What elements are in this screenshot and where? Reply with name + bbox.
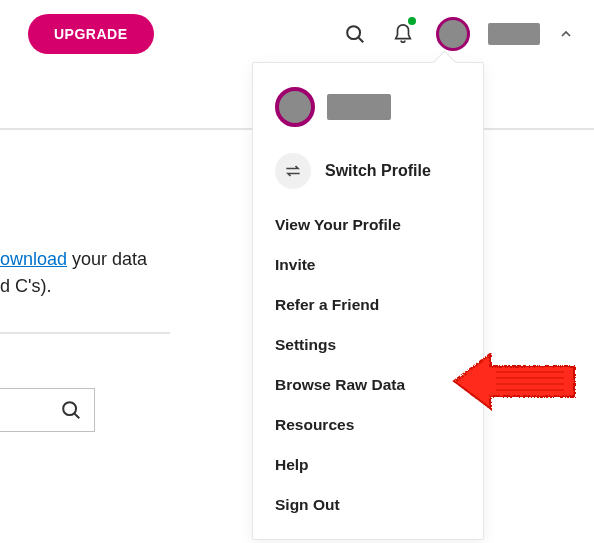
search-input-fragment[interactable]	[0, 388, 95, 432]
menu-settings[interactable]: Settings	[253, 325, 483, 365]
menu-view-profile[interactable]: View Your Profile	[253, 205, 483, 245]
switch-profile-label: Switch Profile	[325, 162, 431, 180]
partial-text: ownload your data d C's).	[0, 246, 170, 300]
menu-resources[interactable]: Resources	[253, 405, 483, 445]
switch-profile-item[interactable]: Switch Profile	[253, 145, 483, 205]
swap-icon	[275, 153, 311, 189]
svg-line-1	[359, 38, 364, 43]
menu-sign-out[interactable]: Sign Out	[253, 485, 483, 525]
avatar	[275, 87, 315, 127]
notifications-icon[interactable]	[388, 19, 418, 49]
menu-browse-raw-data[interactable]: Browse Raw Data	[253, 365, 483, 405]
svg-line-3	[75, 414, 80, 419]
notification-dot	[408, 17, 416, 25]
svg-point-2	[63, 402, 76, 415]
upgrade-button[interactable]: UPGRADE	[28, 14, 154, 54]
menu-invite[interactable]: Invite	[253, 245, 483, 285]
download-link[interactable]: ownload	[0, 249, 67, 269]
search-icon	[60, 399, 82, 421]
username-redacted	[488, 23, 540, 45]
dropdown-profile-header[interactable]	[253, 81, 483, 145]
menu-refer-friend[interactable]: Refer a Friend	[253, 285, 483, 325]
menu-help[interactable]: Help	[253, 445, 483, 485]
top-bar: UPGRADE	[0, 0, 594, 68]
divider	[0, 332, 170, 334]
username-redacted	[327, 94, 391, 120]
profile-dropdown: Switch Profile View Your Profile Invite …	[252, 62, 484, 540]
chevron-up-icon[interactable]	[558, 26, 574, 42]
avatar[interactable]	[436, 17, 470, 51]
search-icon[interactable]	[340, 19, 370, 49]
svg-point-0	[347, 26, 360, 39]
